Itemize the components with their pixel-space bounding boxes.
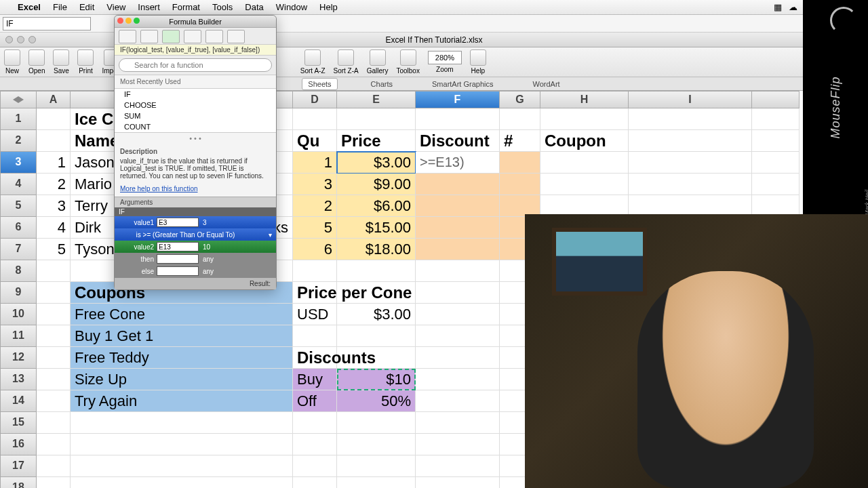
panel-titlebar[interactable]: Formula Builder [115, 16, 276, 28]
row-header[interactable]: 13 [0, 369, 37, 390]
cell[interactable]: 3 [37, 195, 71, 217]
cell[interactable]: Discount [416, 130, 500, 152]
cell[interactable]: Buy 1 Get 1 [71, 325, 293, 347]
cell[interactable]: Free Cone [71, 304, 293, 325]
arg-row-then[interactable]: then any [115, 253, 276, 265]
row-header[interactable]: 10 [0, 304, 37, 325]
row-header[interactable]: 6 [0, 217, 37, 239]
row-header[interactable]: 5 [0, 195, 37, 217]
row-header[interactable]: 12 [0, 347, 37, 369]
arg-row-value2[interactable]: value2 10 [115, 241, 276, 253]
function-item[interactable]: IF [115, 89, 276, 100]
tab-charts[interactable]: Charts [365, 78, 399, 90]
help-button[interactable]: Help [470, 49, 486, 75]
row-header[interactable]: 8 [0, 260, 37, 282]
menu-edit[interactable]: Edit [79, 2, 94, 12]
col-header-h[interactable]: H [540, 91, 629, 108]
print-button[interactable]: Print [77, 49, 94, 75]
cell[interactable]: Discounts [293, 347, 337, 369]
arg-row-operator[interactable]: is >= (Greater Than Or Equal To)▾ [115, 228, 276, 241]
name-box[interactable]: IF [3, 17, 91, 30]
menu-file[interactable]: File [53, 2, 67, 12]
cell[interactable]: # [500, 130, 540, 152]
sort-za-button[interactable]: Sort Z-A [334, 49, 359, 75]
cell[interactable]: Coupon [540, 130, 629, 152]
cell[interactable]: $18.00 [337, 239, 416, 260]
cell[interactable]: Buy [293, 369, 337, 390]
menu-data[interactable]: Data [245, 2, 263, 12]
cell[interactable]: 3 [293, 174, 337, 195]
menu-view[interactable]: View [106, 2, 125, 12]
row-header[interactable]: 16 [0, 434, 37, 455]
row-header[interactable]: 9 [0, 282, 37, 304]
cell[interactable]: 5 [37, 239, 71, 260]
cell[interactable]: Price [337, 130, 416, 152]
open-button[interactable]: Open [28, 49, 45, 75]
cell[interactable]: $6.00 [337, 195, 416, 217]
cell[interactable]: Price per Cone [293, 282, 337, 304]
active-cell-edit[interactable]: >=E13) [416, 152, 500, 174]
row-header[interactable]: 4 [0, 174, 37, 195]
menu-insert[interactable]: Insert [138, 2, 160, 12]
more-help-link[interactable]: More help on this function [115, 184, 276, 197]
gallery-button[interactable]: Gallery [367, 49, 389, 75]
cell[interactable]: USD [293, 304, 337, 325]
sort-az-button[interactable]: Sort A-Z [300, 49, 326, 75]
cell[interactable]: 1 [293, 152, 337, 174]
arg-input[interactable] [157, 254, 199, 264]
function-item[interactable]: COUNT [115, 121, 276, 132]
close-icon[interactable] [5, 36, 13, 43]
cell[interactable]: 2 [37, 174, 71, 195]
zoom-icon[interactable] [134, 18, 140, 24]
row-header[interactable]: 15 [0, 412, 37, 434]
col-header-d[interactable]: D [293, 91, 337, 108]
cell[interactable]: $15.00 [337, 217, 416, 239]
col-header-a[interactable]: A [37, 91, 71, 108]
row-header[interactable]: 11 [0, 325, 37, 347]
col-header-g[interactable]: G [500, 91, 540, 108]
search-input[interactable] [119, 58, 272, 72]
row-header[interactable]: 3 [0, 152, 37, 174]
zoom-icon[interactable] [28, 36, 36, 43]
row-header[interactable]: 7 [0, 239, 37, 260]
panel-tab-icon[interactable] [119, 30, 136, 43]
panel-tab-icon[interactable] [140, 30, 158, 43]
row-header[interactable]: 2 [0, 130, 37, 152]
expand-dots[interactable]: • • • [115, 133, 276, 144]
function-item[interactable]: CHOOSE [115, 100, 276, 110]
cell[interactable]: 4 [37, 217, 71, 239]
row-header[interactable]: 14 [0, 390, 37, 412]
save-button[interactable]: Save [53, 49, 69, 75]
tab-smartart[interactable]: SmartArt Graphics [426, 78, 499, 90]
cell[interactable]: Free Teddy [71, 347, 293, 369]
cell[interactable]: 5 [293, 217, 337, 239]
menu-help[interactable]: Help [319, 2, 338, 12]
cell[interactable]: $3.00 [337, 152, 416, 174]
status-icon[interactable]: ☁ [789, 2, 797, 13]
row-header[interactable]: 1 [0, 108, 37, 130]
panel-tab-icon[interactable] [227, 30, 245, 43]
cell[interactable]: 2 [293, 195, 337, 217]
menu-tools[interactable]: Tools [212, 2, 233, 12]
zoom-control[interactable]: 280%Zoom [428, 51, 462, 73]
menu-window[interactable]: Window [276, 2, 307, 12]
minimize-icon[interactable] [125, 18, 132, 24]
close-icon[interactable] [117, 18, 123, 24]
panel-tab-icon[interactable] [162, 30, 180, 43]
col-header-f[interactable]: F [416, 91, 500, 108]
arg-input[interactable] [157, 266, 199, 276]
cell[interactable]: $9.00 [337, 174, 416, 195]
cell[interactable]: Try Again [71, 390, 293, 412]
cell[interactable]: Qu [293, 130, 337, 152]
cell[interactable]: $3.00 [337, 304, 416, 325]
col-header-e[interactable]: E [337, 91, 416, 108]
function-list[interactable]: IF CHOOSE SUM COUNT [115, 88, 276, 133]
function-item[interactable]: SUM [115, 110, 276, 121]
arg-row-value1[interactable]: value1 3 [115, 216, 276, 228]
cell[interactable]: Off [293, 390, 337, 412]
cell[interactable]: 50% [337, 390, 416, 412]
function-search[interactable] [119, 58, 272, 72]
arg-row-else[interactable]: else any [115, 265, 276, 277]
col-header-blank[interactable] [752, 91, 800, 108]
cell[interactable]: 1 [37, 152, 71, 174]
